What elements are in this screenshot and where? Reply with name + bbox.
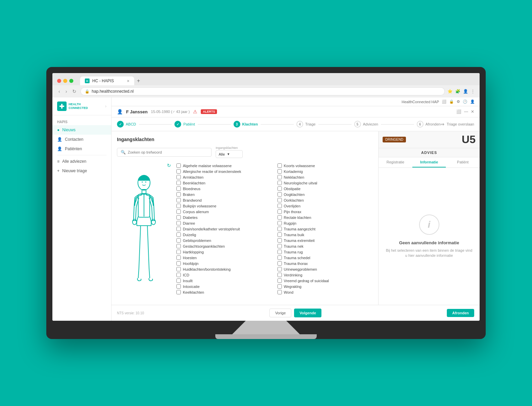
active-tab[interactable]: H HC - HAPIS ✕ bbox=[80, 76, 134, 85]
checkbox[interactable] bbox=[176, 221, 181, 225]
checkbox[interactable] bbox=[277, 198, 282, 202]
topbar-icon-2[interactable]: 🔒 bbox=[449, 99, 454, 104]
minimize-button[interactable] bbox=[63, 79, 67, 83]
bookmark-icon[interactable]: ⭐ bbox=[448, 89, 453, 94]
list-item[interactable]: Beenklachten bbox=[176, 180, 272, 186]
list-item[interactable]: Rugpijn bbox=[277, 220, 373, 226]
tab-informatie[interactable]: Informatie bbox=[412, 157, 446, 167]
search-box[interactable]: 🔍 bbox=[117, 148, 212, 157]
checkbox[interactable] bbox=[176, 192, 181, 197]
list-item[interactable]: Obstipatie bbox=[277, 186, 373, 191]
sidebar-item-patienten[interactable]: 👤 Patiënten bbox=[52, 144, 111, 154]
list-item[interactable]: Trauma aangezicht bbox=[277, 226, 373, 232]
checkbox[interactable] bbox=[176, 163, 181, 168]
list-item[interactable]: Keelklachten bbox=[176, 289, 272, 295]
list-item[interactable]: Urinewegproblemen bbox=[277, 266, 373, 272]
minimize-window-icon[interactable]: — bbox=[464, 109, 468, 114]
reload-button[interactable]: ↻ bbox=[71, 88, 78, 95]
copy-icon[interactable]: ⬜ bbox=[456, 109, 461, 114]
list-item[interactable]: Nekklachten bbox=[277, 174, 373, 180]
list-item[interactable]: Trauma rug bbox=[277, 249, 373, 255]
checkbox[interactable] bbox=[176, 261, 181, 266]
checkbox[interactable] bbox=[176, 209, 181, 214]
topbar-icon-1[interactable]: ⬜ bbox=[442, 99, 446, 104]
sidebar-item-alle-adviezen[interactable]: ≡ Alle adviezen bbox=[52, 157, 111, 166]
sidebar-item-contacten[interactable]: 👤 Contacten bbox=[52, 135, 111, 144]
list-item[interactable]: Hartklopping bbox=[176, 249, 272, 255]
checkbox[interactable] bbox=[277, 290, 282, 294]
checkbox[interactable] bbox=[277, 250, 282, 254]
checkbox[interactable] bbox=[277, 238, 282, 243]
step-patient[interactable]: ✓ Patiënt bbox=[174, 121, 195, 128]
new-tab-button[interactable]: + bbox=[134, 76, 143, 85]
menu-icon[interactable]: ⋮ bbox=[471, 89, 475, 94]
checkbox[interactable] bbox=[176, 204, 181, 208]
list-item[interactable]: Oorklachten bbox=[277, 197, 373, 203]
checkbox[interactable] bbox=[176, 215, 181, 220]
topbar-icon-3[interactable]: ⚙ bbox=[457, 99, 460, 104]
checkbox[interactable] bbox=[277, 278, 282, 283]
checkbox[interactable] bbox=[176, 278, 181, 283]
list-item[interactable]: Oogklachten bbox=[277, 191, 373, 197]
checkbox[interactable] bbox=[277, 192, 282, 197]
checkbox[interactable] bbox=[277, 227, 282, 231]
checkbox[interactable] bbox=[277, 244, 282, 248]
list-item[interactable]: Overlijden bbox=[277, 203, 373, 209]
list-item[interactable]: Duizelig bbox=[176, 232, 272, 238]
list-item[interactable]: ICD bbox=[176, 272, 272, 278]
next-button[interactable]: Volgende bbox=[294, 309, 321, 317]
filter-select[interactable]: Alle ▾ bbox=[216, 150, 243, 158]
checkbox[interactable] bbox=[277, 169, 282, 174]
refresh-button[interactable]: ↻ bbox=[167, 163, 171, 168]
checkbox[interactable] bbox=[176, 227, 181, 231]
tab-close-button[interactable]: ✕ bbox=[127, 79, 129, 83]
checkbox[interactable] bbox=[277, 186, 282, 191]
step-klachten[interactable]: 3 Klachten bbox=[234, 121, 258, 128]
list-item[interactable]: Gebitsproblemen bbox=[176, 238, 272, 243]
checkbox[interactable] bbox=[277, 215, 282, 220]
checkbox[interactable] bbox=[176, 186, 181, 191]
checkbox[interactable] bbox=[176, 232, 181, 237]
list-item[interactable]: Neurologische uitval bbox=[277, 180, 373, 186]
list-item[interactable]: Algehele malaise volwassene bbox=[176, 163, 272, 168]
step-abcd[interactable]: ✓ ABCD bbox=[117, 121, 136, 128]
checkbox[interactable] bbox=[277, 255, 282, 260]
list-item[interactable]: Trauma extremiteit bbox=[277, 238, 373, 243]
tab-patient[interactable]: Patiënt bbox=[446, 157, 480, 167]
close-button[interactable] bbox=[57, 79, 61, 83]
list-item[interactable]: Verdrinking bbox=[277, 272, 373, 278]
list-item[interactable]: Huidklachten/borstontsteking bbox=[176, 266, 272, 272]
checkbox[interactable] bbox=[176, 267, 181, 271]
checkbox[interactable] bbox=[176, 290, 181, 294]
step-afronden[interactable]: 6 Afronden bbox=[417, 121, 441, 128]
list-item[interactable]: Wegraklng bbox=[277, 284, 373, 289]
list-item[interactable]: Bloedneus bbox=[176, 186, 272, 191]
checkbox[interactable] bbox=[176, 255, 181, 260]
search-input[interactable] bbox=[128, 150, 208, 154]
sidebar-item-nieuws[interactable]: ● Nieuws bbox=[52, 125, 111, 135]
checkbox[interactable] bbox=[176, 198, 181, 202]
checkbox[interactable] bbox=[277, 209, 282, 214]
list-item[interactable]: Pijn thorax bbox=[277, 209, 373, 215]
list-item[interactable]: Intoxicatie bbox=[176, 284, 272, 289]
checkbox[interactable] bbox=[277, 267, 282, 271]
topbar-profile[interactable]: 👤 bbox=[470, 99, 475, 104]
list-item[interactable]: Trauma schedel bbox=[277, 255, 373, 261]
checkbox[interactable] bbox=[277, 204, 282, 208]
back-button[interactable]: Vorige bbox=[269, 309, 291, 317]
extensions-icon[interactable]: 🧩 bbox=[455, 89, 460, 94]
list-item[interactable]: Armklachten bbox=[176, 174, 272, 180]
forward-button[interactable]: › bbox=[64, 88, 69, 95]
step-triage[interactable]: 4 Triage bbox=[296, 121, 316, 128]
close-window-icon[interactable]: ✕ bbox=[471, 109, 474, 114]
list-item[interactable]: Rectale klachten bbox=[277, 215, 373, 220]
list-item[interactable]: Koorts volwassene bbox=[277, 163, 373, 168]
checkbox[interactable] bbox=[176, 169, 181, 174]
list-item[interactable]: Geslachtsorgaanklachten bbox=[176, 243, 272, 249]
triage-skip-label[interactable]: Triage overslaan bbox=[446, 122, 474, 126]
list-item[interactable]: Buikpijn volwassene bbox=[176, 203, 272, 209]
topbar-icon-4[interactable]: 🕐 bbox=[463, 99, 467, 104]
tab-registratie[interactable]: Registratie bbox=[379, 157, 412, 167]
list-item[interactable]: Insullt bbox=[176, 278, 272, 284]
list-item[interactable]: Kortademig bbox=[277, 168, 373, 174]
